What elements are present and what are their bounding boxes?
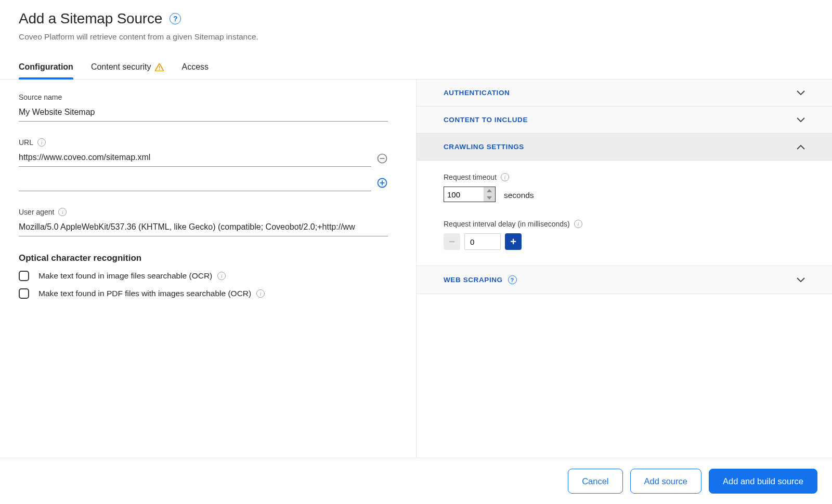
ocr-section-title: Optical character recognition	[19, 253, 397, 263]
accordion-title: AUTHENTICATION	[444, 89, 510, 97]
warning-icon	[155, 63, 164, 71]
request-timeout-label: Request timeout	[444, 173, 497, 181]
chevron-down-icon	[797, 90, 805, 96]
user-agent-input[interactable]	[19, 219, 388, 236]
accordion-title-text: WEB SCRAPING	[444, 276, 503, 284]
delay-increment[interactable]: +	[505, 233, 522, 250]
crawling-settings-body: Request timeout i seconds Request interv…	[417, 161, 832, 266]
help-icon[interactable]: ?	[170, 13, 181, 24]
add-and-build-button[interactable]: Add and build source	[709, 469, 817, 494]
timeout-decrement[interactable]	[484, 194, 495, 202]
accordion-title: WEB SCRAPING ?	[444, 275, 517, 284]
source-name-input[interactable]	[19, 104, 388, 122]
accordion-title: CONTENT TO INCLUDE	[444, 116, 528, 124]
page-header: Add a Sitemap Source ? Coveo Platform wi…	[0, 0, 832, 42]
info-icon[interactable]: i	[574, 220, 582, 228]
delay-input[interactable]	[470, 237, 495, 246]
source-name-label: Source name	[19, 93, 397, 101]
url-input-0[interactable]	[19, 150, 371, 167]
page-title: Add a Sitemap Source	[19, 10, 162, 27]
info-icon[interactable]: i	[501, 173, 509, 181]
info-icon[interactable]: i	[58, 208, 67, 216]
request-delay-label: Request interval delay (in milliseconds)	[444, 220, 570, 228]
help-icon[interactable]: ?	[508, 275, 517, 284]
ocr-pdf-label: Make text found in PDF files with images…	[38, 289, 251, 298]
add-url-icon[interactable]	[376, 177, 388, 189]
accordion-authentication[interactable]: AUTHENTICATION	[417, 79, 832, 107]
ocr-image-checkbox[interactable]	[19, 271, 29, 281]
chevron-down-icon	[797, 277, 805, 283]
info-icon[interactable]: i	[37, 138, 46, 147]
tab-label: Access	[181, 62, 209, 72]
info-icon[interactable]: i	[256, 289, 265, 298]
tabs-bar: Configuration Content security Access	[0, 57, 832, 79]
timeout-unit: seconds	[504, 191, 534, 200]
cancel-button[interactable]: Cancel	[568, 469, 622, 494]
user-agent-field: User agent i	[19, 208, 397, 236]
url-input-1[interactable]	[19, 174, 371, 191]
chevron-up-icon	[797, 144, 805, 150]
accordion-content-to-include[interactable]: CONTENT TO INCLUDE	[417, 107, 832, 134]
settings-accordions: AUTHENTICATION CONTENT TO INCLUDE CRAWLI…	[416, 79, 832, 458]
tab-configuration[interactable]: Configuration	[19, 57, 73, 79]
request-timeout-input-wrapper	[444, 187, 496, 202]
tab-content-security[interactable]: Content security	[91, 57, 164, 79]
configuration-panel: Source name URL i	[0, 79, 416, 458]
footer-actions: Cancel Add source Add and build source	[0, 458, 832, 504]
accordion-title: CRAWLING SETTINGS	[444, 143, 524, 151]
tab-label: Content security	[91, 62, 151, 72]
svg-rect-1	[159, 69, 160, 70]
ocr-image-label: Make text found in image files searchabl…	[38, 271, 212, 281]
info-icon[interactable]: i	[217, 272, 226, 280]
url-field-extra	[19, 174, 397, 191]
tab-access[interactable]: Access	[181, 57, 209, 79]
chevron-down-icon	[797, 117, 805, 123]
page-subtitle: Coveo Platform will retrieve content fro…	[19, 32, 813, 42]
timeout-increment[interactable]	[484, 187, 495, 194]
add-source-button[interactable]: Add source	[630, 469, 701, 494]
svg-rect-0	[159, 66, 160, 69]
source-name-field: Source name	[19, 93, 397, 122]
user-agent-label: User agent	[19, 208, 54, 216]
tab-label: Configuration	[19, 62, 73, 72]
accordion-crawling-settings[interactable]: CRAWLING SETTINGS	[417, 134, 832, 161]
accordion-web-scraping[interactable]: WEB SCRAPING ?	[417, 266, 832, 294]
delay-decrement: −	[444, 233, 460, 250]
request-timeout-input[interactable]	[447, 190, 477, 199]
url-label: URL	[19, 138, 33, 147]
remove-url-icon[interactable]	[376, 153, 388, 164]
ocr-pdf-checkbox[interactable]	[19, 288, 29, 299]
url-field: URL i	[19, 138, 397, 167]
